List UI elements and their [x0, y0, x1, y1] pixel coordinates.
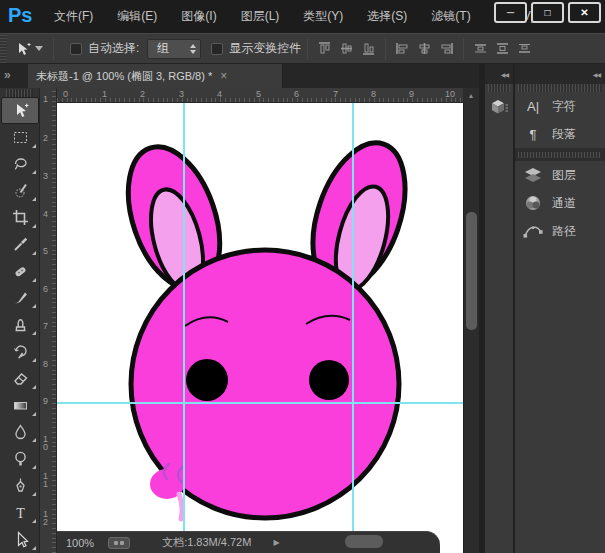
scroll-up-icon[interactable]: ▲: [463, 88, 479, 103]
tool-path-selection[interactable]: [1, 526, 39, 553]
tool-brush[interactable]: [1, 285, 39, 312]
panel-label: 路径: [552, 223, 576, 240]
auto-select-checkbox[interactable]: [70, 43, 82, 55]
align-top-edges-icon[interactable]: [317, 41, 332, 56]
tool-gradient[interactable]: [1, 392, 39, 419]
horizontal-scrollbar-thumb[interactable]: [345, 535, 383, 548]
horizontal-guide[interactable]: [57, 402, 463, 404]
panel-group-divider[interactable]: [515, 148, 605, 161]
align-group-3: [473, 41, 532, 56]
ruler-mark: 5: [43, 247, 51, 255]
collapse-arrows[interactable]: ◀◀: [515, 64, 605, 84]
document-canvas[interactable]: [57, 103, 463, 553]
separator: [463, 38, 464, 60]
ruler-mark: 3: [43, 172, 51, 180]
tool-lasso[interactable]: [1, 151, 39, 178]
panel-grip[interactable]: [518, 84, 602, 92]
gradient-tool-icon: [12, 397, 29, 414]
tool-move[interactable]: [1, 97, 39, 124]
panel-button-paragraph[interactable]: ¶ 段落: [515, 120, 605, 148]
ruler-mark: 4: [43, 210, 51, 218]
menu-layer[interactable]: 图层(L): [229, 0, 292, 33]
tool-eraser[interactable]: [1, 365, 39, 392]
ruler-mark: 8: [43, 360, 51, 368]
vertical-scrollbar[interactable]: [463, 103, 479, 553]
panel-button-layers[interactable]: 图层: [515, 161, 605, 189]
panel-grip[interactable]: [488, 84, 510, 92]
close-button[interactable]: ✕: [568, 2, 601, 23]
menu-file[interactable]: 文件(F): [42, 0, 105, 33]
show-transform-checkbox[interactable]: [211, 43, 223, 55]
status-bar: 100% 文档:1.83M/4.72M ▶: [57, 531, 440, 553]
separator: [307, 38, 308, 60]
align-bottom-edges-icon[interactable]: [361, 41, 376, 56]
panel-button-channels[interactable]: 通道: [515, 189, 605, 217]
panel-button-character[interactable]: A| 字符: [515, 92, 605, 120]
layers-icon: [524, 167, 542, 183]
distribute-bottom-edges-icon[interactable]: [517, 41, 532, 56]
tab-close-icon[interactable]: ×: [220, 71, 227, 81]
menu-edit[interactable]: 编辑(E): [105, 0, 169, 33]
dodge-tool-icon: [12, 450, 29, 467]
align-horizontal-centers-icon[interactable]: [417, 41, 432, 56]
move-tool-icon: [12, 102, 29, 119]
horizontal-ruler[interactable]: 0 1 2 3 4 5 6 7 8 9 10: [57, 88, 463, 103]
maximize-button[interactable]: □: [531, 2, 564, 23]
zoom-level-field[interactable]: 100%: [66, 537, 94, 549]
3d-cube-icon: [489, 97, 509, 117]
ruler-mark: 10: [43, 435, 51, 451]
path-selection-tool-icon: [12, 531, 29, 548]
dropdown-spinner-icon: [190, 44, 196, 54]
tool-clone-stamp[interactable]: [1, 311, 39, 338]
tool-rectangular-marquee[interactable]: [1, 124, 39, 151]
vertical-ruler[interactable]: 1 2 3 4 5 6 7 8 9 10 11 12: [40, 88, 57, 553]
collapse-arrows[interactable]: ◀◀: [485, 64, 513, 84]
tool-type[interactable]: T: [1, 499, 39, 526]
svg-text:T: T: [16, 505, 25, 520]
toolbar-grip[interactable]: [6, 89, 33, 97]
menu-filter[interactable]: 滤镜(T): [419, 0, 482, 33]
align-group-1: [317, 41, 376, 56]
panel-button-paths[interactable]: 路径: [515, 217, 605, 245]
auto-select-label: 自动选择:: [88, 40, 139, 57]
lasso-tool-icon: [12, 155, 29, 172]
menu-select[interactable]: 选择(S): [355, 0, 419, 33]
align-right-edges-icon[interactable]: [439, 41, 454, 56]
eraser-tool-icon: [12, 370, 29, 387]
collapsed-panel-column: ◀◀: [485, 64, 513, 553]
tool-dodge[interactable]: [1, 445, 39, 472]
ruler-mark: 11: [43, 472, 51, 488]
minimize-button[interactable]: ─: [494, 2, 527, 23]
current-tool-button[interactable]: [15, 41, 43, 57]
ruler-mark: 10: [445, 89, 455, 99]
menu-image[interactable]: 图像(I): [169, 0, 228, 33]
vertical-guide-2[interactable]: [352, 103, 354, 553]
distribute-top-edges-icon[interactable]: [473, 41, 488, 56]
tool-pen[interactable]: [1, 472, 39, 499]
rabbit-left-eye: [186, 359, 228, 401]
auto-select-scope-dropdown[interactable]: 组: [147, 39, 201, 59]
toolbar-expand-icon[interactable]: »: [4, 68, 10, 82]
align-vertical-centers-icon[interactable]: [339, 41, 354, 56]
document-tab[interactable]: 未标题-1 @ 100% (椭圆 3, RGB/8) * ×: [28, 64, 283, 88]
menu-type[interactable]: 类型(Y): [291, 0, 355, 33]
tool-quick-selection[interactable]: [1, 177, 39, 204]
options-grip[interactable]: [0, 34, 7, 63]
ruler-mark: 2: [43, 134, 51, 142]
tool-blur[interactable]: [1, 419, 39, 446]
tool-preset-caret-icon: [35, 46, 43, 51]
tools-panel: T: [0, 88, 40, 553]
ruler-mark: 4: [217, 89, 222, 99]
status-expand-icon[interactable]: ▶: [273, 538, 279, 547]
tool-crop[interactable]: [1, 204, 39, 231]
vertical-scrollbar-thumb[interactable]: [466, 212, 477, 330]
tool-history-brush[interactable]: [1, 338, 39, 365]
tool-eyedropper[interactable]: [1, 231, 39, 258]
panel-button-column: ◀◀ A| 字符 ¶ 段落 图层: [515, 64, 605, 553]
tool-spot-healing-brush[interactable]: [1, 258, 39, 285]
vertical-guide-1[interactable]: [183, 103, 185, 553]
collapsed-panel-button[interactable]: [485, 92, 513, 122]
auto-select-scope-value: 组: [157, 40, 169, 57]
align-left-edges-icon[interactable]: [395, 41, 410, 56]
distribute-vertical-centers-icon[interactable]: [495, 41, 510, 56]
